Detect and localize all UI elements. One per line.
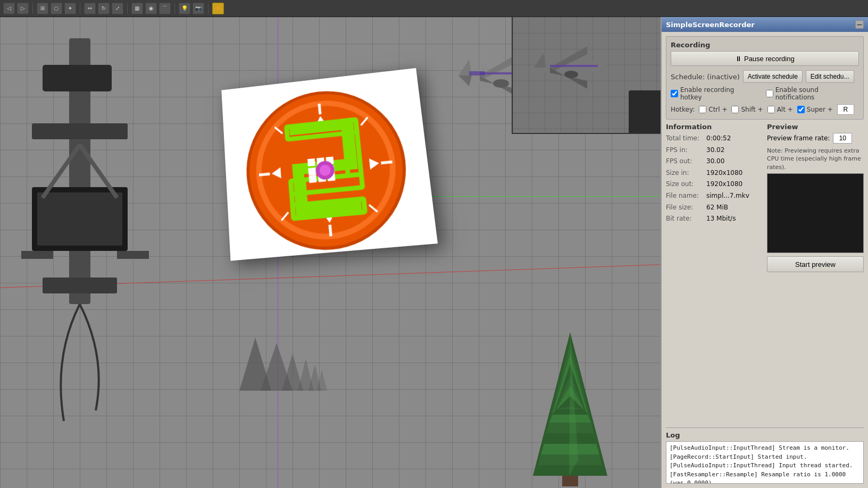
- svg-rect-2: [43, 65, 112, 91]
- view-3d-icon[interactable]: ⊞: [37, 3, 48, 14]
- fps-out-value: 30.00: [706, 156, 724, 167]
- alt-label[interactable]: Alt +: [767, 106, 793, 113]
- preview-fps-input[interactable]: [833, 133, 852, 144]
- size-out-value: 1920x1080: [706, 179, 742, 190]
- info-table: Total time: 0:00:52 FPS in: 30.02 FPS ou…: [666, 133, 763, 225]
- ctrl-label[interactable]: Ctrl +: [699, 106, 727, 113]
- transform-icon[interactable]: ↔: [84, 3, 96, 14]
- edit-schedule-button[interactable]: Edit schedu...: [806, 70, 854, 83]
- schedule-text: Schedule: (inactive): [671, 73, 740, 81]
- hotkey-key-input[interactable]: R: [837, 104, 854, 115]
- preview-frame-rate-label: Preview frame rate:: [767, 134, 830, 142]
- nav-back-icon[interactable]: ◁: [3, 3, 15, 14]
- svg-marker-23: [271, 167, 281, 179]
- toolbar-separator-5: [208, 3, 208, 14]
- rotate-icon[interactable]: ↻: [98, 3, 110, 14]
- svg-marker-22: [369, 157, 380, 170]
- file-name-value: simpl...7.mkv: [706, 190, 749, 202]
- main-area: SimpleScreenRecorder — Recording ⏸ Pause…: [0, 17, 868, 488]
- total-time-row: Total time: 0:00:52: [666, 133, 763, 145]
- log-content[interactable]: [PulseAudioInput::InputThread] Stream is…: [666, 441, 864, 484]
- edit-mode-icon[interactable]: ✦: [64, 3, 76, 14]
- log-line-2: [PageRecord::StartInput] Started input.: [670, 453, 860, 462]
- mesh-icon[interactable]: ▦: [131, 3, 143, 14]
- svg-line-17: [369, 204, 378, 213]
- render-icon[interactable]: 🔆: [212, 3, 224, 14]
- preview-section: Preview Preview frame rate: Note: Previe…: [767, 123, 864, 424]
- file-size-value: 62 MiB: [706, 202, 728, 214]
- super-label[interactable]: Super +: [797, 106, 833, 113]
- svg-line-12: [319, 104, 320, 114]
- pause-recording-button[interactable]: ⏸ Pause recording: [671, 51, 859, 66]
- svg-line-18: [275, 127, 282, 134]
- preview-canvas-area: [767, 173, 864, 253]
- file-size-label: File size:: [666, 202, 704, 214]
- svg-rect-7: [32, 123, 128, 139]
- enable-sound-checkbox[interactable]: [766, 90, 773, 97]
- viewport-3d[interactable]: [0, 17, 661, 488]
- enable-hotkey-checkbox[interactable]: [671, 90, 678, 97]
- enable-hotkey-label[interactable]: Enable recording hotkey: [671, 86, 757, 101]
- fps-out-row: FPS out: 30.00: [666, 156, 763, 167]
- file-size-row: File size: 62 MiB: [666, 202, 763, 214]
- hotkey-text: Hotkey:: [671, 106, 695, 113]
- fps-out-label: FPS out:: [666, 156, 704, 167]
- bit-rate-label: Bit rate:: [666, 213, 704, 225]
- toolbar-separator-3: [127, 3, 128, 14]
- total-time-label: Total time:: [666, 133, 704, 145]
- ssr-title: SimpleScreenRecorder: [666, 21, 755, 29]
- main-toolbar: ◁ ▷ ⊞ ○ ✦ ↔ ↻ ⤢ ▦ ◉ ⌒ 💡 📷 🔆: [0, 0, 868, 17]
- size-in-row: Size in: 1920x1080: [666, 167, 763, 179]
- ssr-close-button[interactable]: —: [855, 20, 864, 29]
- information-label: Information: [666, 123, 763, 131]
- svg-rect-9: [117, 251, 149, 259]
- svg-rect-34: [308, 167, 316, 175]
- tree-object: [512, 327, 629, 488]
- object-mode-icon[interactable]: ○: [51, 3, 62, 14]
- svg-marker-49: [458, 75, 472, 86]
- total-time-value: 0:00:52: [706, 133, 731, 145]
- preview-label: Preview: [767, 123, 864, 131]
- svg-rect-4: [37, 192, 122, 246]
- file-name-row: File name: simpl...7.mkv: [666, 190, 763, 202]
- schedule-row: Schedule: (inactive) Activate schedule E…: [671, 70, 859, 83]
- log-line-1: [PulseAudioInput::InputThread] Stream is…: [670, 444, 860, 453]
- info-preview-section: Information Total time: 0:00:52 FPS in: …: [666, 123, 864, 424]
- svg-point-76: [564, 71, 578, 78]
- shift-checkbox[interactable]: [731, 106, 739, 113]
- ctrl-checkbox[interactable]: [699, 106, 706, 113]
- camera-icon[interactable]: 📷: [193, 3, 204, 14]
- recording-label: Recording: [671, 41, 859, 49]
- svg-rect-75: [550, 65, 598, 67]
- preview-note: Note: Previewing requires extra CPU time…: [767, 147, 864, 171]
- svg-marker-74: [534, 53, 546, 68]
- bit-rate-row: Bit rate: 13 Mbit/s: [666, 213, 763, 225]
- svg-rect-41: [308, 175, 316, 183]
- options-row: Enable recording hotkey Enable sound not…: [671, 86, 859, 101]
- sphere-icon[interactable]: ◉: [145, 3, 157, 14]
- svg-rect-39: [307, 158, 315, 166]
- log-section: Log [PulseAudioInput::InputThread] Strea…: [666, 427, 864, 484]
- toolbar-separator-2: [80, 3, 80, 14]
- start-preview-button[interactable]: Start preview: [767, 256, 864, 272]
- nav-forward-icon[interactable]: ▷: [17, 3, 29, 14]
- fps-in-value: 30.02: [706, 145, 724, 156]
- enable-sound-label[interactable]: Enable sound notifications: [766, 86, 859, 101]
- start-preview-label: Start preview: [795, 260, 836, 268]
- svg-rect-10: [43, 277, 117, 293]
- bit-rate-value: 13 Mbit/s: [706, 213, 736, 225]
- lamp-icon[interactable]: 💡: [179, 3, 190, 14]
- svg-line-19: [281, 212, 289, 220]
- size-out-label: Size out:: [666, 179, 704, 190]
- fps-in-label: FPS in:: [666, 145, 704, 156]
- ssr-panel: SimpleScreenRecorder — Recording ⏸ Pause…: [661, 17, 868, 488]
- curve-icon[interactable]: ⌒: [159, 3, 171, 14]
- alt-checkbox[interactable]: [767, 106, 775, 113]
- svg-line-16: [360, 117, 368, 125]
- shift-label[interactable]: Shift +: [731, 106, 763, 113]
- super-checkbox[interactable]: [797, 106, 805, 113]
- activate-schedule-button[interactable]: Activate schedule: [743, 70, 803, 83]
- mini-viewport: [512, 17, 661, 134]
- file-name-label: File name:: [666, 190, 704, 202]
- scale-icon[interactable]: ⤢: [112, 3, 123, 14]
